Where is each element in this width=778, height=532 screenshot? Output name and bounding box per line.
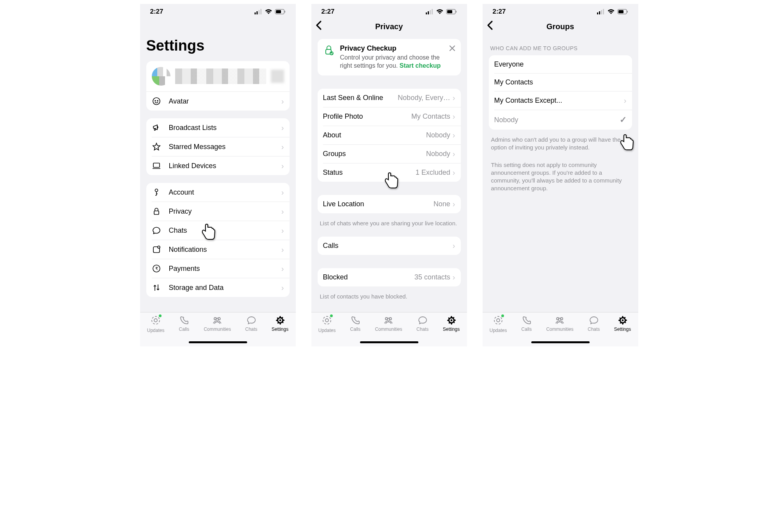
row-value: My Contacts xyxy=(411,112,450,121)
tab-communities[interactable]: Communities xyxy=(375,315,402,332)
settings-row-payments[interactable]: ₹ Payments › xyxy=(152,259,290,278)
chevron-right-icon: › xyxy=(281,162,284,170)
settings-row-notifications[interactable]: Notifications › xyxy=(152,240,290,259)
svg-rect-22 xyxy=(426,12,427,14)
tab-communities[interactable]: Communities xyxy=(204,315,231,332)
tab-chats[interactable]: Chats xyxy=(245,315,257,332)
phone-groups-screen: 2:27 Groups WHO CAN ADD ME TO GROUPS Eve… xyxy=(483,4,638,346)
row-value: Nobody xyxy=(426,131,450,139)
svg-point-44 xyxy=(497,319,500,322)
battery-icon xyxy=(275,9,286,14)
privacy-row-groups[interactable]: Groups Nobody › xyxy=(323,144,461,163)
chevron-right-icon: › xyxy=(453,168,455,177)
status-time: 2:27 xyxy=(493,8,506,16)
settings-row-privacy[interactable]: Privacy › xyxy=(152,202,290,221)
row-label: My Contacts Except... xyxy=(494,97,624,105)
status-bar: 2:27 xyxy=(140,4,296,18)
svg-rect-23 xyxy=(428,11,429,14)
tab-calls[interactable]: Calls xyxy=(350,315,361,332)
settings-row-avatar[interactable]: Avatar › xyxy=(146,91,290,111)
row-label: Chats xyxy=(169,226,281,235)
lock-check-icon xyxy=(323,44,335,58)
tab-label: Settings xyxy=(614,327,631,332)
row-label: Last Seen & Online xyxy=(323,94,398,102)
nav-header: Privacy xyxy=(311,18,467,35)
tab-label: Communities xyxy=(375,327,402,332)
svg-text:₹: ₹ xyxy=(155,266,158,271)
svg-point-30 xyxy=(330,51,334,55)
row-label: Nobody xyxy=(494,116,620,124)
chevron-right-icon: › xyxy=(281,207,284,216)
tab-label: Chats xyxy=(245,327,257,332)
option-my-contacts[interactable]: My Contacts xyxy=(494,73,632,91)
settings-row-starred[interactable]: Starred Messages › xyxy=(152,137,290,156)
home-indicator[interactable] xyxy=(189,341,247,343)
privacy-row-status[interactable]: Status 1 Excluded › xyxy=(323,163,461,182)
profile-card: Avatar › xyxy=(146,61,290,111)
tab-label: Chats xyxy=(588,327,600,332)
svg-rect-2 xyxy=(258,10,260,14)
nav-title: Groups xyxy=(546,22,574,31)
privacy-row-live[interactable]: Live Location None › xyxy=(318,195,461,213)
tab-settings[interactable]: Settings xyxy=(443,315,460,332)
svg-rect-10 xyxy=(153,163,160,167)
tab-chats[interactable]: Chats xyxy=(588,315,600,332)
battery-icon xyxy=(617,9,628,14)
close-button[interactable] xyxy=(449,44,455,54)
key-icon xyxy=(152,188,169,197)
privacy-row-photo[interactable]: Profile Photo My Contacts › xyxy=(323,107,461,126)
chevron-right-icon: › xyxy=(281,123,284,132)
svg-point-18 xyxy=(154,319,157,322)
settings-row-broadcast[interactable]: Broadcast Lists › xyxy=(146,118,290,137)
svg-point-32 xyxy=(325,319,328,322)
svg-rect-12 xyxy=(154,211,159,214)
tab-settings[interactable]: Settings xyxy=(272,315,288,332)
tab-calls[interactable]: Calls xyxy=(179,315,190,332)
settings-row-storage[interactable]: Storage and Data › xyxy=(152,278,290,297)
home-indicator[interactable] xyxy=(360,341,418,343)
privacy-group-calls: Calls › xyxy=(318,237,461,255)
tab-calls[interactable]: Calls xyxy=(521,315,532,332)
settings-group-1: Broadcast Lists › Starred Messages › Lin… xyxy=(146,118,290,175)
tab-settings[interactable]: Settings xyxy=(614,315,631,332)
tab-bar: Updates Calls Communities Chats Settings xyxy=(311,312,467,346)
chevron-right-icon: › xyxy=(453,273,455,282)
option-my-contacts-except[interactable]: My Contacts Except... › xyxy=(494,91,632,110)
wifi-icon xyxy=(265,9,272,14)
option-everyone[interactable]: Everyone xyxy=(489,55,632,73)
privacy-row-lastseen[interactable]: Last Seen & Online Nobody, Every… › xyxy=(318,89,461,107)
chevron-right-icon: › xyxy=(453,241,455,250)
groups-note-1: Admins who can't add you to a group will… xyxy=(483,133,638,157)
tab-updates[interactable]: Updates xyxy=(490,315,507,333)
groups-note-2: This setting does not apply to community… xyxy=(483,157,638,198)
laptop-icon xyxy=(152,161,169,170)
nav-title: Privacy xyxy=(375,22,403,31)
privacy-row-about[interactable]: About Nobody › xyxy=(323,126,461,144)
tab-updates[interactable]: Updates xyxy=(318,315,336,333)
privacy-row-calls[interactable]: Calls › xyxy=(318,237,461,255)
profile-row[interactable] xyxy=(146,61,290,91)
tab-label: Settings xyxy=(272,327,288,332)
home-indicator[interactable] xyxy=(531,341,590,343)
tab-label: Updates xyxy=(147,328,165,333)
tab-chats[interactable]: Chats xyxy=(416,315,429,332)
tab-communities[interactable]: Communities xyxy=(546,315,573,332)
back-button[interactable] xyxy=(315,20,322,33)
settings-row-linked[interactable]: Linked Devices › xyxy=(152,156,290,175)
avatar-icon xyxy=(152,97,169,106)
back-button[interactable] xyxy=(486,20,493,33)
tab-updates[interactable]: Updates xyxy=(147,315,165,333)
start-checkup-link[interactable]: Start checkup xyxy=(399,62,441,69)
tab-bar: Updates Calls Communities Chats Settings xyxy=(140,312,296,346)
privacy-group-visibility: Last Seen & Online Nobody, Every… › Prof… xyxy=(318,89,461,182)
blocked-note: List of contacts you have blocked. xyxy=(311,290,467,306)
option-nobody[interactable]: Nobody ✓ xyxy=(494,110,632,130)
privacy-checkup-card[interactable]: Privacy Checkup Control your privacy and… xyxy=(318,39,461,75)
settings-row-chats[interactable]: Chats › xyxy=(152,221,290,240)
tab-label: Chats xyxy=(416,327,429,332)
section-header: WHO CAN ADD ME TO GROUPS xyxy=(483,35,638,54)
settings-row-account[interactable]: Account › xyxy=(146,183,290,202)
battery-icon xyxy=(446,9,457,14)
svg-rect-39 xyxy=(603,9,604,14)
privacy-row-blocked[interactable]: Blocked 35 contacts › xyxy=(318,268,461,286)
